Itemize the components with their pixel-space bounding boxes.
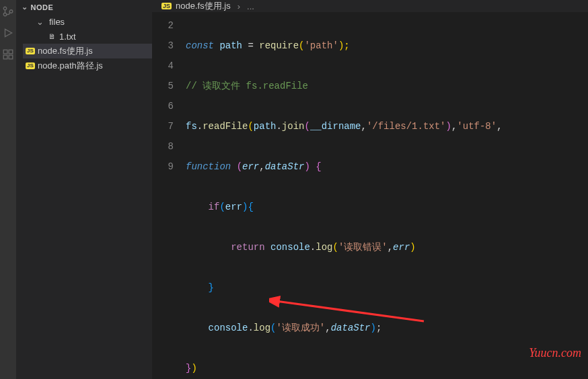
svg-rect-6 (9, 55, 13, 59)
tree-file-path[interactable]: JS node.path路径.js (23, 58, 152, 73)
code-editor[interactable]: 2 3 4 5 6 7 8 9 const path = require('pa… (152, 13, 588, 379)
folder-label: files (49, 17, 65, 27)
editor-group: JS node.fs使用.js › ... 2 3 4 5 6 7 8 9 co… (152, 0, 588, 379)
tree-file-txt[interactable]: 🗎 1.txt (23, 29, 152, 44)
breadcrumb-sep: › (237, 1, 240, 11)
svg-rect-3 (3, 50, 7, 54)
tree-folder-files[interactable]: ⌄ files (23, 14, 152, 29)
svg-point-1 (3, 13, 7, 16)
svg-rect-5 (3, 55, 7, 59)
file-icon: 🗎 (47, 32, 57, 40)
file-label: node.path路径.js (38, 60, 103, 72)
svg-point-0 (3, 7, 7, 10)
project-title: NODE (31, 3, 54, 11)
breadcrumb-tail: ... (247, 1, 254, 11)
file-label: 1.txt (59, 32, 76, 42)
js-icon: JS (26, 62, 35, 69)
watermark: Yuucn.com (529, 346, 581, 360)
svg-rect-4 (9, 50, 13, 54)
js-icon: JS (161, 3, 172, 9)
js-icon: JS (26, 48, 35, 54)
line-gutter: 2 3 4 5 6 7 8 9 (152, 15, 186, 379)
extensions-icon[interactable] (2, 48, 14, 60)
run-icon[interactable] (2, 27, 14, 39)
explorer-sidebar: ⌄ NODE ⌄ files 🗎 1.txt JS node.fs使用.js J… (16, 0, 152, 379)
source-control-icon[interactable] (2, 5, 14, 17)
sidebar-project-header[interactable]: ⌄ NODE (16, 0, 152, 14)
code-content[interactable]: const path = require('path'); // 读取文件 fs… (186, 15, 588, 379)
file-label: node.fs使用.js (38, 45, 93, 57)
chevron-down-icon: ⌄ (22, 3, 28, 11)
breadcrumb-file: node.fs使用.js (176, 0, 231, 12)
breadcrumb[interactable]: JS node.fs使用.js › ... (152, 0, 588, 13)
chevron-down-icon: ⌄ (36, 17, 44, 27)
tree-file-fs[interactable]: JS node.fs使用.js (23, 44, 152, 58)
activity-bar (0, 0, 16, 379)
